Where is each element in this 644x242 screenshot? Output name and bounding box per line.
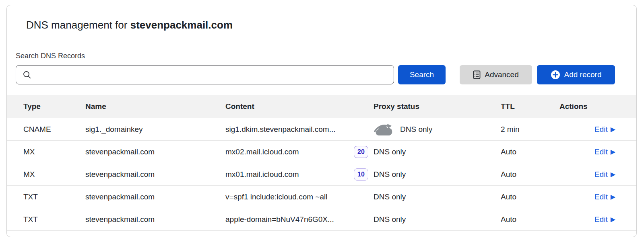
- record-content: mx02.mail.icloud.com: [225, 148, 299, 156]
- record-type: CNAME: [23, 125, 85, 134]
- table-row: MX stevenpackmail.com mx02.mail.icloud.c…: [7, 141, 636, 163]
- table-row: TXT stevenpackmail.com v=spf1 include:ic…: [7, 186, 636, 208]
- table-row: MX stevenpackmail.com mx01.mail.icloud.c…: [7, 163, 636, 186]
- page-title: DNS management for stevenpackmail.com: [26, 18, 620, 32]
- record-proxy-cell: DNS only: [374, 193, 501, 201]
- record-content-cell: apple-domain=bNuV47n6G0X...: [225, 215, 374, 224]
- record-ttl: Auto: [501, 170, 559, 179]
- record-name: stevenpackmail.com: [85, 193, 225, 201]
- edit-arrow-icon: ▶: [611, 126, 615, 133]
- record-ttl: Auto: [501, 215, 559, 224]
- header-content: Content: [225, 102, 374, 111]
- table-body: CNAME sig1._domainkey sig1.dkim.stevenpa…: [7, 118, 636, 231]
- record-content-cell: mx02.mail.icloud.com 20: [225, 146, 374, 158]
- record-content: v=spf1 include:icloud.com ~all: [225, 193, 327, 201]
- record-actions-cell: Edit ▶: [559, 148, 615, 156]
- record-proxy-cell: DNS only: [374, 122, 501, 137]
- edit-link[interactable]: Edit ▶: [594, 170, 615, 179]
- page-title-prefix: DNS management for: [26, 19, 130, 31]
- edit-link[interactable]: Edit ▶: [594, 193, 615, 201]
- header-type: Type: [23, 102, 85, 111]
- toolbar: Search Advanced Add record: [16, 65, 615, 84]
- page-title-domain: stevenpackmail.com: [130, 19, 233, 31]
- proxy-status-text: DNS only: [400, 125, 432, 134]
- record-content-cell: mx01.mail.icloud.com 10: [225, 168, 374, 180]
- edit-arrow-icon: ▶: [611, 149, 615, 155]
- dns-records-table: Type Name Content Proxy status TTL Actio…: [7, 95, 636, 231]
- advanced-button[interactable]: Advanced: [460, 65, 532, 84]
- record-actions-cell: Edit ▶: [559, 125, 615, 134]
- search-label: Search DNS Records: [16, 52, 636, 60]
- record-ttl: 2 min: [501, 125, 559, 134]
- edit-link[interactable]: Edit ▶: [594, 215, 615, 224]
- edit-link-label: Edit: [594, 148, 608, 156]
- record-type: TXT: [23, 193, 85, 201]
- table-row: TXT stevenpackmail.com apple-domain=bNuV…: [7, 208, 636, 231]
- add-record-button[interactable]: Add record: [537, 65, 615, 84]
- record-content: apple-domain=bNuV47n6G0X...: [225, 215, 334, 224]
- add-record-button-label: Add record: [564, 70, 602, 79]
- record-proxy-cell: DNS only: [374, 170, 501, 179]
- search-box[interactable]: [16, 65, 394, 84]
- proxy-status-text: DNS only: [374, 215, 406, 224]
- search-input[interactable]: [35, 66, 387, 84]
- edit-link-label: Edit: [594, 193, 608, 201]
- advanced-button-label: Advanced: [485, 70, 519, 79]
- proxy-status-text: DNS only: [374, 193, 406, 201]
- record-content: mx01.mail.icloud.com: [225, 170, 299, 179]
- record-content-cell: v=spf1 include:icloud.com ~all: [225, 193, 374, 201]
- edit-link[interactable]: Edit ▶: [594, 125, 615, 134]
- edit-arrow-icon: ▶: [611, 171, 615, 178]
- edit-link-label: Edit: [594, 215, 608, 224]
- list-icon: [473, 70, 481, 79]
- record-type: MX: [23, 170, 85, 179]
- header-proxy-status: Proxy status: [374, 102, 501, 111]
- edit-link-label: Edit: [594, 170, 608, 179]
- proxy-status-text: DNS only: [374, 148, 406, 156]
- record-ttl: Auto: [501, 148, 559, 156]
- record-ttl: Auto: [501, 193, 559, 201]
- record-type: TXT: [23, 215, 85, 224]
- edit-arrow-icon: ▶: [611, 194, 615, 200]
- record-name: stevenpackmail.com: [85, 170, 225, 179]
- record-content: sig1.dkim.stevenpackmail.com...: [225, 125, 336, 134]
- record-actions-cell: Edit ▶: [559, 193, 615, 201]
- header-ttl: TTL: [501, 102, 559, 111]
- table-header: Type Name Content Proxy status TTL Actio…: [7, 95, 636, 118]
- record-name: sig1._domainkey: [85, 125, 225, 134]
- record-content-cell: sig1.dkim.stevenpackmail.com...: [225, 125, 374, 134]
- search-button-label: Search: [410, 70, 434, 79]
- record-name: stevenpackmail.com: [85, 148, 225, 156]
- table-row: CNAME sig1._domainkey sig1.dkim.stevenpa…: [7, 118, 636, 141]
- edit-arrow-icon: ▶: [611, 216, 615, 223]
- record-actions-cell: Edit ▶: [559, 215, 615, 224]
- record-type: MX: [23, 148, 85, 156]
- dns-only-cloud-icon: [374, 122, 394, 137]
- dns-management-panel: DNS management for stevenpackmail.com Se…: [6, 5, 637, 237]
- header-name: Name: [85, 102, 225, 111]
- header-actions: Actions: [559, 102, 615, 111]
- mx-priority-badge: 20: [354, 146, 368, 158]
- edit-link[interactable]: Edit ▶: [594, 148, 615, 156]
- record-actions-cell: Edit ▶: [559, 170, 615, 179]
- search-icon: [23, 70, 31, 79]
- record-proxy-cell: DNS only: [374, 215, 501, 224]
- record-name: stevenpackmail.com: [85, 215, 225, 224]
- edit-link-label: Edit: [594, 125, 608, 134]
- record-proxy-cell: DNS only: [374, 148, 501, 156]
- search-button[interactable]: Search: [398, 65, 446, 84]
- plus-circle-icon: [551, 70, 560, 80]
- mx-priority-badge: 10: [354, 168, 368, 180]
- proxy-status-text: DNS only: [374, 170, 406, 179]
